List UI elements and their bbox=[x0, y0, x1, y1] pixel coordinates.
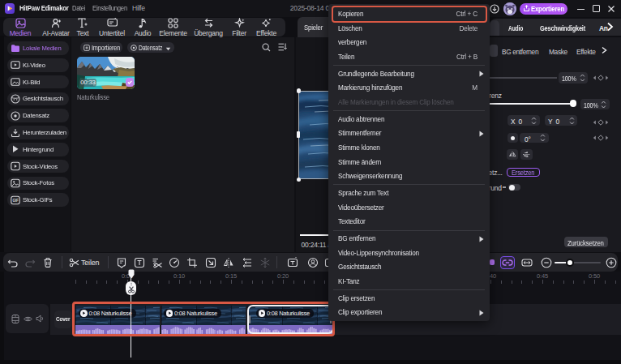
svg-text:GIF: GIF bbox=[12, 199, 18, 203]
